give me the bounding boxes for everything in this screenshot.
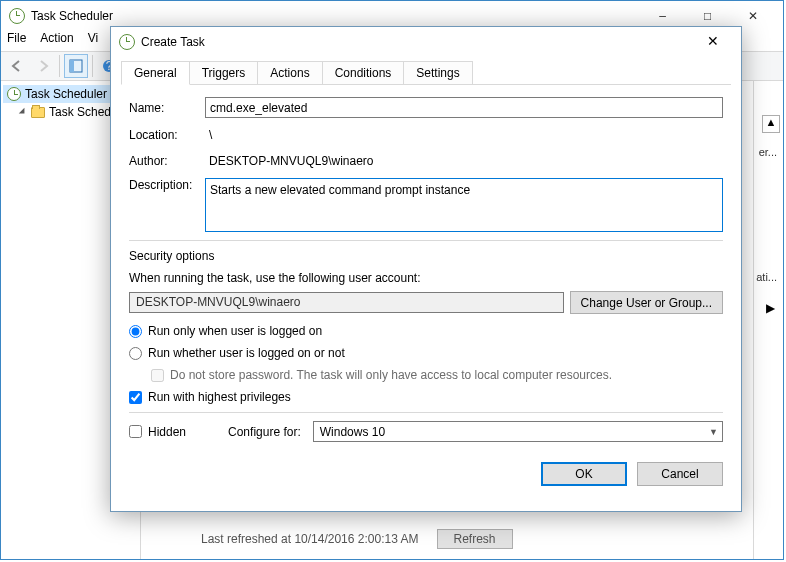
highest-privileges-checkbox[interactable]	[129, 391, 142, 404]
no-store-password-label: Do not store password. The task will onl…	[170, 368, 612, 382]
author-label: Author:	[129, 154, 205, 168]
radio-logged-on-label: Run only when user is logged on	[148, 324, 322, 338]
dialog-icon	[119, 34, 135, 50]
expand-icon[interactable]	[19, 108, 27, 116]
general-tab-body: Name: Location: \ Author: DESKTOP-MNVUQL…	[111, 85, 741, 450]
forward-button[interactable]	[31, 54, 55, 78]
last-refreshed-text: Last refreshed at 10/14/2016 2:00:13 AM	[201, 532, 419, 546]
svg-rect-1	[70, 60, 74, 72]
author-value: DESKTOP-MNVUQL9\winaero	[205, 152, 723, 170]
radio-logged-on[interactable]	[129, 325, 142, 338]
tab-conditions[interactable]: Conditions	[322, 61, 405, 84]
chevron-down-icon: ▼	[709, 427, 718, 437]
show-hide-pane-button[interactable]	[64, 54, 88, 78]
configure-for-value: Windows 10	[320, 425, 385, 439]
hidden-label: Hidden	[148, 425, 186, 439]
folder-icon	[31, 107, 45, 118]
configure-for-combo[interactable]: Windows 10 ▼	[313, 421, 723, 442]
tab-actions[interactable]: Actions	[257, 61, 322, 84]
actions-pane: ▲ er... ati... ▶	[753, 81, 783, 559]
configure-for-label: Configure for:	[228, 425, 301, 439]
name-input[interactable]	[205, 97, 723, 118]
menu-action[interactable]: Action	[40, 31, 73, 51]
description-input[interactable]	[205, 178, 723, 232]
main-title: Task Scheduler	[31, 9, 640, 23]
clock-icon	[7, 87, 21, 101]
hidden-row[interactable]: Hidden	[129, 425, 186, 439]
create-task-dialog: Create Task ✕ General Triggers Actions C…	[110, 26, 742, 512]
highest-privileges-row[interactable]: Run with highest privileges	[129, 390, 723, 404]
when-running-label: When running the task, use the following…	[129, 271, 723, 285]
tab-general[interactable]: General	[121, 61, 190, 85]
menu-view[interactable]: Vi	[88, 31, 98, 51]
refresh-button[interactable]: Refresh	[437, 529, 513, 549]
actions-scroll-up[interactable]: ▲	[762, 115, 780, 133]
radio-whether[interactable]	[129, 347, 142, 360]
location-label: Location:	[129, 128, 205, 142]
back-button[interactable]	[5, 54, 29, 78]
change-user-button[interactable]: Change User or Group...	[570, 291, 723, 314]
name-label: Name:	[129, 101, 205, 115]
cancel-button[interactable]: Cancel	[637, 462, 723, 486]
menu-file[interactable]: File	[7, 31, 26, 51]
truncated-ati[interactable]: ati...	[756, 271, 777, 283]
radio-whether-row[interactable]: Run whether user is logged on or not	[129, 346, 723, 360]
tab-strip: General Triggers Actions Conditions Sett…	[121, 61, 731, 85]
tree-root-label: Task Scheduler	[25, 87, 107, 101]
description-label: Description:	[129, 178, 205, 192]
tab-triggers[interactable]: Triggers	[189, 61, 259, 84]
location-value: \	[205, 126, 723, 144]
expand-arrow-icon[interactable]: ▶	[766, 301, 775, 315]
radio-logged-on-row[interactable]: Run only when user is logged on	[129, 324, 723, 338]
radio-whether-label: Run whether user is logged on or not	[148, 346, 345, 360]
app-icon	[9, 8, 25, 24]
dialog-button-row: OK Cancel	[111, 450, 741, 498]
dialog-close-button[interactable]: ✕	[693, 30, 733, 54]
tree-child-label: Task Sched	[49, 105, 111, 119]
ok-button[interactable]: OK	[541, 462, 627, 486]
status-row: Last refreshed at 10/14/2016 2:00:13 AM …	[201, 529, 513, 549]
tab-settings[interactable]: Settings	[403, 61, 472, 84]
highest-privileges-label: Run with highest privileges	[148, 390, 291, 404]
security-options-label: Security options	[129, 249, 723, 263]
dialog-title: Create Task	[141, 35, 693, 49]
hidden-checkbox[interactable]	[129, 425, 142, 438]
truncated-er[interactable]: er...	[759, 146, 777, 158]
no-store-password-row: Do not store password. The task will onl…	[151, 368, 723, 382]
dialog-titlebar[interactable]: Create Task ✕	[111, 27, 741, 57]
user-account-box: DESKTOP-MNVUQL9\winaero	[129, 292, 564, 313]
no-store-password-checkbox	[151, 369, 164, 382]
